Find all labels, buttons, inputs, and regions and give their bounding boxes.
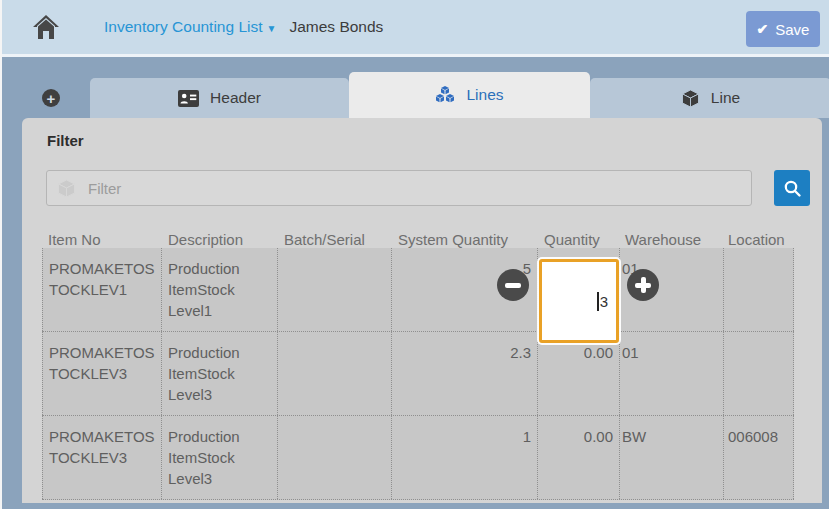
cube-icon [57,179,76,198]
cell-batch-serial [278,248,392,331]
increment-quantity-button[interactable] [627,269,659,301]
cubes-icon [435,86,455,104]
save-button-label: Save [775,21,809,38]
tab-bar: + Header Lines [2,60,829,118]
cell-quantity: 0.00 [538,332,620,415]
cell-system-quantity: 1 [392,416,538,499]
tab-header-label: Header [210,89,261,107]
search-icon [783,179,802,198]
cell-batch-serial [278,332,392,415]
cell-warehouse: BW [620,416,724,499]
cell-description: Production ItemStock Level3 [162,416,278,499]
cell-location [724,248,794,331]
plus-icon: + [47,91,56,106]
chevron-down-icon: ▼ [267,23,277,34]
table-row[interactable]: PROMAKETOSTOCKLEV3 Production ItemStock … [42,416,794,500]
tab-header[interactable]: Header [90,78,349,118]
col-header-batch-serial[interactable]: Batch/Serial [278,222,392,248]
col-header-location[interactable]: Location [724,222,794,248]
table-header-row: Item No Description Batch/Serial System … [42,222,794,248]
table-row[interactable]: PROMAKETOSTOCKLEV1 Production ItemStock … [42,248,794,332]
check-icon: ✔ [757,21,769,37]
user-name: James Bonds [289,18,383,36]
id-card-icon [178,90,199,107]
cell-warehouse: 01 [620,332,724,415]
quantity-edit-value: 3 [600,293,608,310]
decrement-quantity-button[interactable] [497,269,529,301]
col-header-description[interactable]: Description [162,222,278,248]
text-cursor [597,292,599,311]
search-button[interactable] [774,170,810,206]
cell-location [724,332,794,415]
nav-title-dropdown[interactable]: Inventory Counting List ▼ [104,18,276,36]
cell-item-no: PROMAKETOSTOCKLEV3 [42,416,162,499]
tab-lines[interactable]: Lines [349,72,590,118]
filter-input[interactable] [76,180,751,197]
cube-icon [681,89,700,108]
nav-title-label: Inventory Counting List [104,18,263,36]
app-window: Inventory Counting List ▼ James Bonds ✔ … [0,0,829,509]
tab-line[interactable]: Line [590,78,829,118]
table-row[interactable]: PROMAKETOSTOCKLEV3 Production ItemStock … [42,332,794,416]
lines-table: Item No Description Batch/Serial System … [42,222,794,500]
home-icon [32,14,60,40]
col-header-warehouse[interactable]: Warehouse [620,222,724,248]
top-bar: Inventory Counting List ▼ James Bonds ✔ … [2,0,829,57]
col-header-item-no[interactable]: Item No [42,222,162,248]
cell-description: Production ItemStock Level3 [162,332,278,415]
cell-item-no: PROMAKETOSTOCKLEV1 [42,248,162,331]
cell-location: 006008 [724,416,794,499]
lines-panel: Filter Item No Description Batch [22,118,822,503]
add-tab-button[interactable]: + [42,89,60,107]
save-button[interactable]: ✔ Save [746,11,820,47]
tab-lines-label: Lines [466,86,503,104]
cell-system-quantity: 2.3 [392,332,538,415]
cell-batch-serial [278,416,392,499]
cell-description: Production ItemStock Level1 [162,248,278,331]
cell-quantity: 0.00 [538,416,620,499]
tab-line-label: Line [711,89,740,107]
col-header-system-quantity[interactable]: System Quantity [392,222,538,248]
home-button[interactable] [31,12,61,42]
col-header-quantity[interactable]: Quantity [538,222,620,248]
cell-item-no: PROMAKETOSTOCKLEV3 [42,332,162,415]
filter-input-wrap [46,170,752,206]
minus-icon [505,283,521,288]
quantity-edit-input[interactable]: 3 [539,259,619,343]
filter-section-label: Filter [47,132,84,149]
